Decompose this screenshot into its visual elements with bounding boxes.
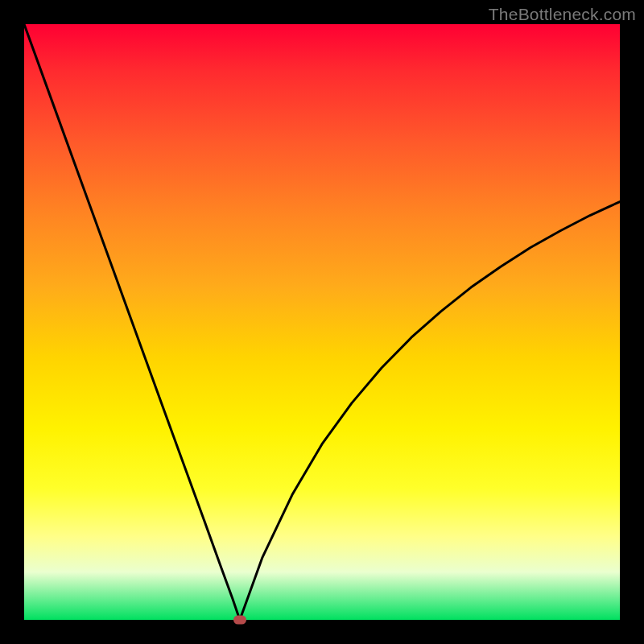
curve-svg bbox=[24, 24, 620, 620]
optimum-marker bbox=[233, 616, 246, 625]
chart-frame: TheBottleneck.com bbox=[0, 0, 644, 644]
plot-area bbox=[24, 24, 620, 620]
watermark-text: TheBottleneck.com bbox=[489, 5, 636, 24]
bottleneck-curve-path bbox=[24, 24, 620, 620]
